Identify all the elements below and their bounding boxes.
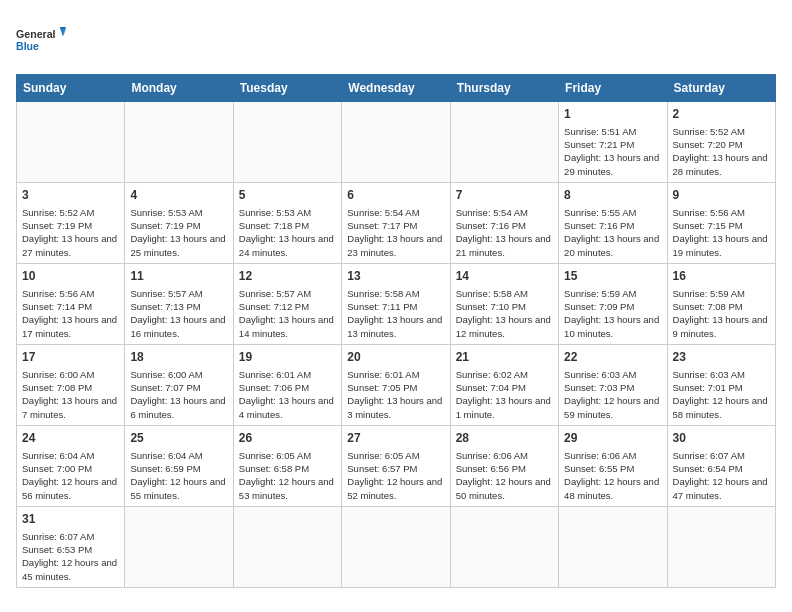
calendar-cell — [450, 506, 558, 587]
calendar-cell: 26Sunrise: 6:05 AM Sunset: 6:58 PM Dayli… — [233, 425, 341, 506]
calendar-cell: 7Sunrise: 5:54 AM Sunset: 7:16 PM Daylig… — [450, 182, 558, 263]
day-number: 20 — [347, 349, 444, 366]
calendar-cell: 23Sunrise: 6:03 AM Sunset: 7:01 PM Dayli… — [667, 344, 775, 425]
day-number: 30 — [673, 430, 770, 447]
day-info: Sunrise: 6:05 AM Sunset: 6:57 PM Dayligh… — [347, 449, 444, 502]
calendar-cell — [450, 102, 558, 183]
svg-text:Blue: Blue — [16, 40, 39, 52]
day-number: 13 — [347, 268, 444, 285]
calendar-cell: 25Sunrise: 6:04 AM Sunset: 6:59 PM Dayli… — [125, 425, 233, 506]
day-number: 8 — [564, 187, 661, 204]
calendar-cell: 12Sunrise: 5:57 AM Sunset: 7:12 PM Dayli… — [233, 263, 341, 344]
calendar-cell: 29Sunrise: 6:06 AM Sunset: 6:55 PM Dayli… — [559, 425, 667, 506]
day-info: Sunrise: 5:53 AM Sunset: 7:18 PM Dayligh… — [239, 206, 336, 259]
calendar-cell: 30Sunrise: 6:07 AM Sunset: 6:54 PM Dayli… — [667, 425, 775, 506]
day-info: Sunrise: 6:07 AM Sunset: 6:54 PM Dayligh… — [673, 449, 770, 502]
weekday-header-friday: Friday — [559, 75, 667, 102]
calendar-cell: 13Sunrise: 5:58 AM Sunset: 7:11 PM Dayli… — [342, 263, 450, 344]
day-info: Sunrise: 6:06 AM Sunset: 6:55 PM Dayligh… — [564, 449, 661, 502]
calendar-cell — [125, 102, 233, 183]
day-number: 28 — [456, 430, 553, 447]
calendar-cell: 4Sunrise: 5:53 AM Sunset: 7:19 PM Daylig… — [125, 182, 233, 263]
day-number: 7 — [456, 187, 553, 204]
day-info: Sunrise: 5:59 AM Sunset: 7:08 PM Dayligh… — [673, 287, 770, 340]
day-info: Sunrise: 6:05 AM Sunset: 6:58 PM Dayligh… — [239, 449, 336, 502]
calendar-cell: 9Sunrise: 5:56 AM Sunset: 7:15 PM Daylig… — [667, 182, 775, 263]
calendar-cell: 1Sunrise: 5:51 AM Sunset: 7:21 PM Daylig… — [559, 102, 667, 183]
day-number: 15 — [564, 268, 661, 285]
day-info: Sunrise: 5:53 AM Sunset: 7:19 PM Dayligh… — [130, 206, 227, 259]
day-number: 10 — [22, 268, 119, 285]
weekday-header-wednesday: Wednesday — [342, 75, 450, 102]
weekday-header-monday: Monday — [125, 75, 233, 102]
day-number: 11 — [130, 268, 227, 285]
day-info: Sunrise: 6:07 AM Sunset: 6:53 PM Dayligh… — [22, 530, 119, 583]
calendar-cell: 16Sunrise: 5:59 AM Sunset: 7:08 PM Dayli… — [667, 263, 775, 344]
calendar-cell: 11Sunrise: 5:57 AM Sunset: 7:13 PM Dayli… — [125, 263, 233, 344]
day-number: 14 — [456, 268, 553, 285]
day-info: Sunrise: 6:03 AM Sunset: 7:03 PM Dayligh… — [564, 368, 661, 421]
day-info: Sunrise: 6:02 AM Sunset: 7:04 PM Dayligh… — [456, 368, 553, 421]
calendar-cell: 2Sunrise: 5:52 AM Sunset: 7:20 PM Daylig… — [667, 102, 775, 183]
page-header: General Blue — [16, 16, 776, 66]
day-number: 29 — [564, 430, 661, 447]
day-info: Sunrise: 5:52 AM Sunset: 7:19 PM Dayligh… — [22, 206, 119, 259]
calendar-header-row: SundayMondayTuesdayWednesdayThursdayFrid… — [17, 75, 776, 102]
day-number: 25 — [130, 430, 227, 447]
day-number: 23 — [673, 349, 770, 366]
day-info: Sunrise: 6:06 AM Sunset: 6:56 PM Dayligh… — [456, 449, 553, 502]
calendar-cell: 27Sunrise: 6:05 AM Sunset: 6:57 PM Dayli… — [342, 425, 450, 506]
calendar-cell: 28Sunrise: 6:06 AM Sunset: 6:56 PM Dayli… — [450, 425, 558, 506]
calendar-week-row: 17Sunrise: 6:00 AM Sunset: 7:08 PM Dayli… — [17, 344, 776, 425]
calendar-cell: 21Sunrise: 6:02 AM Sunset: 7:04 PM Dayli… — [450, 344, 558, 425]
calendar-cell: 5Sunrise: 5:53 AM Sunset: 7:18 PM Daylig… — [233, 182, 341, 263]
calendar-cell: 15Sunrise: 5:59 AM Sunset: 7:09 PM Dayli… — [559, 263, 667, 344]
weekday-header-saturday: Saturday — [667, 75, 775, 102]
calendar-cell: 14Sunrise: 5:58 AM Sunset: 7:10 PM Dayli… — [450, 263, 558, 344]
day-info: Sunrise: 5:58 AM Sunset: 7:11 PM Dayligh… — [347, 287, 444, 340]
day-info: Sunrise: 5:56 AM Sunset: 7:14 PM Dayligh… — [22, 287, 119, 340]
calendar-week-row: 1Sunrise: 5:51 AM Sunset: 7:21 PM Daylig… — [17, 102, 776, 183]
calendar-cell: 3Sunrise: 5:52 AM Sunset: 7:19 PM Daylig… — [17, 182, 125, 263]
calendar-cell: 31Sunrise: 6:07 AM Sunset: 6:53 PM Dayli… — [17, 506, 125, 587]
day-info: Sunrise: 5:55 AM Sunset: 7:16 PM Dayligh… — [564, 206, 661, 259]
day-info: Sunrise: 6:03 AM Sunset: 7:01 PM Dayligh… — [673, 368, 770, 421]
day-info: Sunrise: 5:56 AM Sunset: 7:15 PM Dayligh… — [673, 206, 770, 259]
day-info: Sunrise: 5:57 AM Sunset: 7:13 PM Dayligh… — [130, 287, 227, 340]
day-number: 3 — [22, 187, 119, 204]
calendar-cell — [233, 506, 341, 587]
calendar-cell: 22Sunrise: 6:03 AM Sunset: 7:03 PM Dayli… — [559, 344, 667, 425]
calendar-week-row: 31Sunrise: 6:07 AM Sunset: 6:53 PM Dayli… — [17, 506, 776, 587]
day-number: 21 — [456, 349, 553, 366]
logo: General Blue — [16, 16, 66, 66]
calendar-cell — [342, 102, 450, 183]
day-number: 19 — [239, 349, 336, 366]
calendar-week-row: 10Sunrise: 5:56 AM Sunset: 7:14 PM Dayli… — [17, 263, 776, 344]
calendar-cell: 10Sunrise: 5:56 AM Sunset: 7:14 PM Dayli… — [17, 263, 125, 344]
day-info: Sunrise: 6:01 AM Sunset: 7:06 PM Dayligh… — [239, 368, 336, 421]
day-number: 31 — [22, 511, 119, 528]
day-info: Sunrise: 6:04 AM Sunset: 7:00 PM Dayligh… — [22, 449, 119, 502]
calendar-cell — [559, 506, 667, 587]
calendar-cell: 6Sunrise: 5:54 AM Sunset: 7:17 PM Daylig… — [342, 182, 450, 263]
calendar-cell: 8Sunrise: 5:55 AM Sunset: 7:16 PM Daylig… — [559, 182, 667, 263]
day-number: 5 — [239, 187, 336, 204]
day-number: 16 — [673, 268, 770, 285]
calendar-cell — [342, 506, 450, 587]
day-number: 18 — [130, 349, 227, 366]
day-number: 27 — [347, 430, 444, 447]
day-number: 22 — [564, 349, 661, 366]
day-number: 26 — [239, 430, 336, 447]
calendar-cell: 20Sunrise: 6:01 AM Sunset: 7:05 PM Dayli… — [342, 344, 450, 425]
day-info: Sunrise: 6:01 AM Sunset: 7:05 PM Dayligh… — [347, 368, 444, 421]
day-number: 17 — [22, 349, 119, 366]
day-info: Sunrise: 5:54 AM Sunset: 7:16 PM Dayligh… — [456, 206, 553, 259]
logo-svg: General Blue — [16, 16, 66, 66]
day-info: Sunrise: 6:04 AM Sunset: 6:59 PM Dayligh… — [130, 449, 227, 502]
calendar-cell — [667, 506, 775, 587]
calendar-cell: 24Sunrise: 6:04 AM Sunset: 7:00 PM Dayli… — [17, 425, 125, 506]
day-info: Sunrise: 5:59 AM Sunset: 7:09 PM Dayligh… — [564, 287, 661, 340]
day-number: 2 — [673, 106, 770, 123]
day-number: 4 — [130, 187, 227, 204]
day-number: 6 — [347, 187, 444, 204]
